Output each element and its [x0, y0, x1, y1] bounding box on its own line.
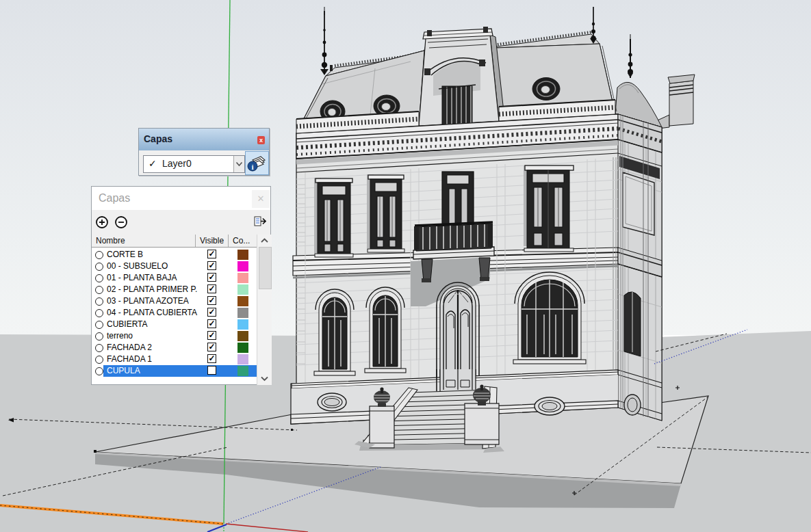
svg-text:i: i — [251, 163, 253, 171]
